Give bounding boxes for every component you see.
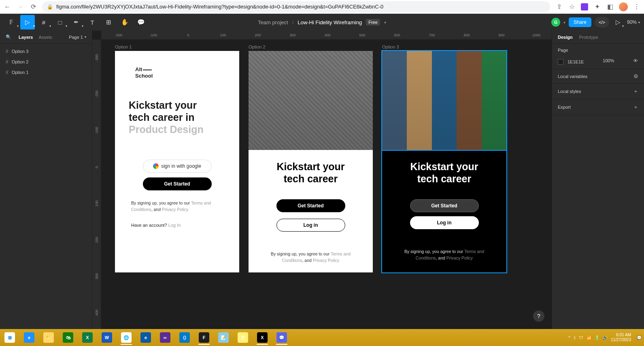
- file-name[interactable]: Low-Hi Fidelity Wireframing: [298, 19, 362, 25]
- team-name[interactable]: Team project: [258, 19, 288, 25]
- browser-menu-icon[interactable]: ⋮: [633, 3, 641, 11]
- file-menu-chevron-icon[interactable]: ▾: [384, 20, 386, 25]
- browser-chrome-bar: ← → ⟳ 🔒 figma.com/file/y2WU3R2yXYjOXJxta…: [0, 0, 644, 14]
- volume-icon[interactable]: 🔊: [603, 335, 608, 340]
- privacy-link[interactable]: Privacy Policy: [446, 255, 473, 260]
- tab-layers[interactable]: Layers: [19, 35, 33, 40]
- shape-tool[interactable]: □▾: [53, 15, 67, 30]
- frame-label-3[interactable]: Option 3: [382, 44, 399, 49]
- search-icon[interactable]: 🔍: [6, 34, 11, 40]
- main-menu[interactable]: 𝔽▾: [4, 15, 19, 30]
- chrome-icon[interactable]: 🌐: [119, 331, 134, 344]
- google-signin-button[interactable]: sign in with google: [143, 160, 212, 173]
- ie-icon[interactable]: e: [22, 331, 36, 344]
- figma-toolbar: 𝔽▾ ▷▾ #▾ □▾ ✒▾ T ⊞ ✋ 💬 Team project / Lo…: [0, 14, 644, 31]
- artboard-option-1[interactable]: Alt School Kickstart your tech career in…: [115, 51, 239, 272]
- excel-icon[interactable]: X: [80, 331, 95, 344]
- resources-tool[interactable]: ⊞: [101, 15, 116, 30]
- file-explorer-icon[interactable]: 📁: [41, 331, 56, 344]
- vscode-icon[interactable]: ⟨⟩: [177, 331, 192, 344]
- system-tray[interactable]: ^ ᛒ 🛡 📶 🔋 🔊 6:01 AM 11/27/2023 💬: [568, 333, 642, 342]
- background-swatch[interactable]: [558, 59, 563, 65]
- wifi-icon[interactable]: 📶: [587, 335, 591, 340]
- get-started-button[interactable]: Get Started: [410, 199, 479, 212]
- zoom-control[interactable]: 90% ▾: [627, 19, 640, 25]
- login-button[interactable]: Log in: [410, 216, 479, 229]
- share-button[interactable]: Share: [569, 17, 591, 27]
- tab-assets[interactable]: Assets: [38, 35, 52, 40]
- notepad-icon[interactable]: 📝: [216, 331, 231, 344]
- reload-button[interactable]: ⟳: [29, 3, 37, 11]
- export-label: Export: [558, 105, 571, 110]
- artboard-option-2[interactable]: Kickstart your tech career Get Started L…: [249, 51, 373, 272]
- lock-icon: 🔒: [47, 4, 53, 10]
- url-text: figma.com/file/y2WU3R2yXYjOXJxtaJ7aut/Lo…: [56, 4, 383, 10]
- background-opacity[interactable]: 100%: [603, 58, 614, 63]
- figma-icon[interactable]: F: [197, 331, 211, 344]
- artboard-option-3[interactable]: Kickstart your tech career Get Started L…: [382, 51, 506, 272]
- pen-tool[interactable]: ✒▾: [69, 15, 83, 30]
- visual-studio-icon[interactable]: ∞: [158, 331, 172, 344]
- dev-mode-toggle[interactable]: </>: [595, 17, 609, 27]
- shield-icon[interactable]: 🛡: [579, 335, 583, 340]
- get-started-button[interactable]: Get Started: [143, 177, 212, 190]
- add-export-icon[interactable]: ＋: [633, 103, 638, 111]
- comment-tool[interactable]: 💬: [134, 15, 148, 30]
- layer-option-3[interactable]: #Option 3: [0, 46, 92, 57]
- address-bar[interactable]: 🔒 figma.com/file/y2WU3R2yXYjOXJxtaJ7aut/…: [42, 1, 550, 13]
- forward-button[interactable]: →: [16, 3, 24, 11]
- battery-icon[interactable]: 🔋: [595, 335, 599, 340]
- share-page-icon[interactable]: ⇪: [555, 3, 563, 11]
- hand-tool[interactable]: ✋: [117, 15, 132, 30]
- layer-option-2[interactable]: #Option 2: [0, 57, 92, 67]
- word-icon[interactable]: W: [100, 331, 114, 344]
- privacy-link[interactable]: Privacy Policy: [313, 258, 339, 263]
- discord-icon[interactable]: 💬: [274, 331, 289, 344]
- sticky-notes-icon[interactable]: 🗒: [236, 331, 250, 344]
- login-link[interactable]: Log In: [168, 223, 181, 228]
- start-button[interactable]: ⊞: [2, 331, 17, 344]
- privacy-link[interactable]: Privacy Policy: [162, 207, 188, 212]
- extension-icon-1[interactable]: [581, 3, 588, 11]
- hero-image-color: [382, 51, 506, 150]
- logo: Alt School: [115, 51, 239, 79]
- present-button[interactable]: ▷▾: [612, 15, 624, 30]
- extensions-puzzle-icon[interactable]: ✦: [593, 3, 601, 11]
- add-style-icon[interactable]: ＋: [633, 88, 638, 95]
- frame-label-2[interactable]: Option 2: [249, 44, 266, 49]
- bookmark-star-icon[interactable]: ☆: [568, 3, 576, 11]
- sidepanel-icon[interactable]: ◧: [606, 3, 614, 11]
- canvas[interactable]: -200-10001002003004005006007008009001000…: [92, 31, 552, 329]
- collaborator-chevron-icon[interactable]: ▾: [563, 20, 565, 25]
- tab-prototype[interactable]: Prototype: [579, 35, 598, 40]
- layer-option-1[interactable]: #Option 1: [0, 67, 92, 78]
- help-button[interactable]: ?: [533, 310, 544, 322]
- get-started-button[interactable]: Get Started: [276, 199, 345, 212]
- page-selector[interactable]: Page 1 ▾: [69, 35, 86, 40]
- windows-taskbar: ⊞ e 📁 🛍 X W 🌐 e ∞ ⟨⟩ F 📝 🗒 X 💬 ^ ᛒ 🛡 📶 🔋…: [0, 329, 644, 346]
- frame-tool[interactable]: #▾: [36, 15, 51, 30]
- move-tool[interactable]: ▷▾: [20, 15, 35, 30]
- back-button[interactable]: ←: [3, 3, 11, 11]
- hero-image-bw: [249, 51, 373, 150]
- text-tool[interactable]: T: [85, 15, 100, 30]
- clock[interactable]: 6:01 AM 11/27/2023: [611, 333, 633, 342]
- x-app-icon[interactable]: X: [255, 331, 270, 344]
- terms-text: By signing up, you agree to our Terms an…: [382, 229, 506, 262]
- notifications-icon[interactable]: 💬: [637, 335, 642, 340]
- collaborator-avatar[interactable]: G: [551, 18, 560, 27]
- variables-settings-icon[interactable]: ⚙: [633, 73, 638, 79]
- visibility-toggle-icon[interactable]: 👁: [633, 58, 638, 64]
- edge-icon[interactable]: e: [138, 331, 153, 344]
- login-button[interactable]: Log in: [276, 219, 345, 232]
- background-hex[interactable]: 1E1E1E: [567, 59, 584, 64]
- tray-chevron-icon[interactable]: ^: [568, 335, 570, 340]
- local-styles-label: Local styles: [558, 89, 581, 94]
- ms-store-icon[interactable]: 🛍: [61, 331, 75, 344]
- terms-text: By signing up, you agree to our Terms an…: [249, 232, 373, 264]
- frame-label-1[interactable]: Option 1: [115, 44, 132, 49]
- profile-avatar[interactable]: [619, 2, 628, 11]
- bluetooth-icon[interactable]: ᛒ: [574, 335, 576, 340]
- headline: Kickstart your tech career in Product De…: [115, 79, 239, 135]
- tab-design[interactable]: Design: [558, 35, 573, 40]
